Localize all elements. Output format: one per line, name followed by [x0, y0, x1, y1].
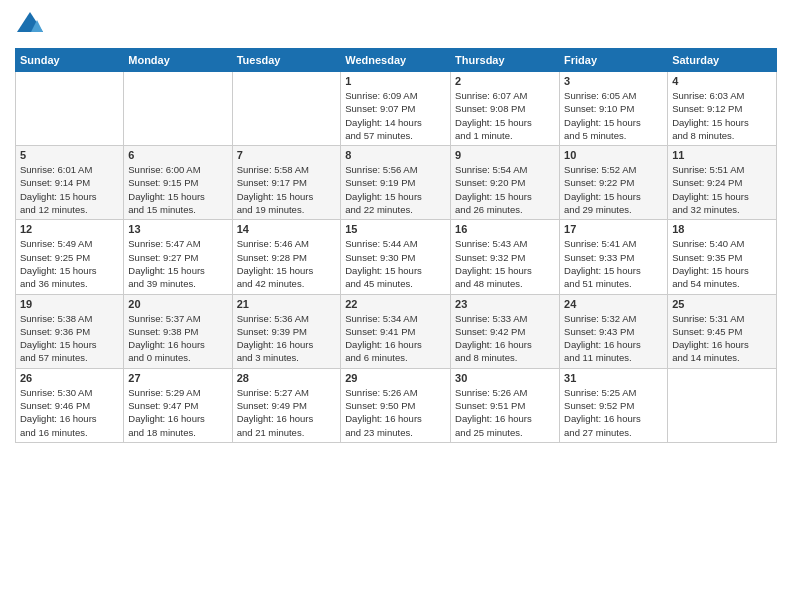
calendar-header-saturday: Saturday	[668, 49, 777, 72]
day-number: 19	[20, 298, 119, 310]
day-number: 12	[20, 223, 119, 235]
calendar-cell: 12Sunrise: 5:49 AM Sunset: 9:25 PM Dayli…	[16, 220, 124, 294]
day-number: 22	[345, 298, 446, 310]
logo	[15, 10, 49, 40]
day-info: Sunrise: 6:09 AM Sunset: 9:07 PM Dayligh…	[345, 89, 446, 142]
day-info: Sunrise: 5:43 AM Sunset: 9:32 PM Dayligh…	[455, 237, 555, 290]
day-info: Sunrise: 5:52 AM Sunset: 9:22 PM Dayligh…	[564, 163, 663, 216]
calendar-cell: 2Sunrise: 6:07 AM Sunset: 9:08 PM Daylig…	[451, 72, 560, 146]
day-number: 26	[20, 372, 119, 384]
calendar-cell: 25Sunrise: 5:31 AM Sunset: 9:45 PM Dayli…	[668, 294, 777, 368]
calendar: SundayMondayTuesdayWednesdayThursdayFrid…	[15, 48, 777, 443]
day-info: Sunrise: 5:33 AM Sunset: 9:42 PM Dayligh…	[455, 312, 555, 365]
calendar-cell: 11Sunrise: 5:51 AM Sunset: 9:24 PM Dayli…	[668, 146, 777, 220]
day-info: Sunrise: 5:58 AM Sunset: 9:17 PM Dayligh…	[237, 163, 337, 216]
day-number: 6	[128, 149, 227, 161]
calendar-cell: 18Sunrise: 5:40 AM Sunset: 9:35 PM Dayli…	[668, 220, 777, 294]
day-number: 29	[345, 372, 446, 384]
day-number: 16	[455, 223, 555, 235]
day-info: Sunrise: 5:29 AM Sunset: 9:47 PM Dayligh…	[128, 386, 227, 439]
calendar-cell: 4Sunrise: 6:03 AM Sunset: 9:12 PM Daylig…	[668, 72, 777, 146]
day-info: Sunrise: 5:54 AM Sunset: 9:20 PM Dayligh…	[455, 163, 555, 216]
calendar-cell: 26Sunrise: 5:30 AM Sunset: 9:46 PM Dayli…	[16, 368, 124, 442]
day-info: Sunrise: 5:51 AM Sunset: 9:24 PM Dayligh…	[672, 163, 772, 216]
day-info: Sunrise: 5:38 AM Sunset: 9:36 PM Dayligh…	[20, 312, 119, 365]
calendar-header-tuesday: Tuesday	[232, 49, 341, 72]
calendar-cell: 15Sunrise: 5:44 AM Sunset: 9:30 PM Dayli…	[341, 220, 451, 294]
day-number: 4	[672, 75, 772, 87]
calendar-cell: 17Sunrise: 5:41 AM Sunset: 9:33 PM Dayli…	[560, 220, 668, 294]
calendar-cell: 27Sunrise: 5:29 AM Sunset: 9:47 PM Dayli…	[124, 368, 232, 442]
calendar-week-3: 12Sunrise: 5:49 AM Sunset: 9:25 PM Dayli…	[16, 220, 777, 294]
day-number: 8	[345, 149, 446, 161]
day-info: Sunrise: 5:30 AM Sunset: 9:46 PM Dayligh…	[20, 386, 119, 439]
day-info: Sunrise: 5:26 AM Sunset: 9:50 PM Dayligh…	[345, 386, 446, 439]
calendar-cell: 30Sunrise: 5:26 AM Sunset: 9:51 PM Dayli…	[451, 368, 560, 442]
day-number: 7	[237, 149, 337, 161]
day-number: 30	[455, 372, 555, 384]
day-info: Sunrise: 5:44 AM Sunset: 9:30 PM Dayligh…	[345, 237, 446, 290]
calendar-week-2: 5Sunrise: 6:01 AM Sunset: 9:14 PM Daylig…	[16, 146, 777, 220]
logo-icon	[15, 10, 45, 40]
day-info: Sunrise: 5:47 AM Sunset: 9:27 PM Dayligh…	[128, 237, 227, 290]
day-info: Sunrise: 6:03 AM Sunset: 9:12 PM Dayligh…	[672, 89, 772, 142]
calendar-week-5: 26Sunrise: 5:30 AM Sunset: 9:46 PM Dayli…	[16, 368, 777, 442]
calendar-cell	[124, 72, 232, 146]
day-info: Sunrise: 6:01 AM Sunset: 9:14 PM Dayligh…	[20, 163, 119, 216]
day-info: Sunrise: 5:41 AM Sunset: 9:33 PM Dayligh…	[564, 237, 663, 290]
day-info: Sunrise: 5:32 AM Sunset: 9:43 PM Dayligh…	[564, 312, 663, 365]
day-number: 1	[345, 75, 446, 87]
calendar-cell: 31Sunrise: 5:25 AM Sunset: 9:52 PM Dayli…	[560, 368, 668, 442]
day-number: 28	[237, 372, 337, 384]
calendar-cell: 23Sunrise: 5:33 AM Sunset: 9:42 PM Dayli…	[451, 294, 560, 368]
day-number: 10	[564, 149, 663, 161]
day-number: 17	[564, 223, 663, 235]
day-info: Sunrise: 5:26 AM Sunset: 9:51 PM Dayligh…	[455, 386, 555, 439]
day-info: Sunrise: 5:46 AM Sunset: 9:28 PM Dayligh…	[237, 237, 337, 290]
calendar-week-1: 1Sunrise: 6:09 AM Sunset: 9:07 PM Daylig…	[16, 72, 777, 146]
day-number: 18	[672, 223, 772, 235]
day-number: 15	[345, 223, 446, 235]
calendar-cell	[668, 368, 777, 442]
day-number: 24	[564, 298, 663, 310]
day-number: 21	[237, 298, 337, 310]
day-number: 13	[128, 223, 227, 235]
calendar-cell: 24Sunrise: 5:32 AM Sunset: 9:43 PM Dayli…	[560, 294, 668, 368]
day-info: Sunrise: 5:34 AM Sunset: 9:41 PM Dayligh…	[345, 312, 446, 365]
calendar-cell: 3Sunrise: 6:05 AM Sunset: 9:10 PM Daylig…	[560, 72, 668, 146]
day-info: Sunrise: 5:49 AM Sunset: 9:25 PM Dayligh…	[20, 237, 119, 290]
day-number: 3	[564, 75, 663, 87]
calendar-cell: 5Sunrise: 6:01 AM Sunset: 9:14 PM Daylig…	[16, 146, 124, 220]
day-number: 25	[672, 298, 772, 310]
page: SundayMondayTuesdayWednesdayThursdayFrid…	[0, 0, 792, 612]
calendar-week-4: 19Sunrise: 5:38 AM Sunset: 9:36 PM Dayli…	[16, 294, 777, 368]
calendar-cell: 1Sunrise: 6:09 AM Sunset: 9:07 PM Daylig…	[341, 72, 451, 146]
day-info: Sunrise: 5:36 AM Sunset: 9:39 PM Dayligh…	[237, 312, 337, 365]
day-number: 11	[672, 149, 772, 161]
calendar-cell: 8Sunrise: 5:56 AM Sunset: 9:19 PM Daylig…	[341, 146, 451, 220]
day-number: 14	[237, 223, 337, 235]
calendar-cell: 22Sunrise: 5:34 AM Sunset: 9:41 PM Dayli…	[341, 294, 451, 368]
day-number: 27	[128, 372, 227, 384]
calendar-cell: 20Sunrise: 5:37 AM Sunset: 9:38 PM Dayli…	[124, 294, 232, 368]
calendar-cell: 19Sunrise: 5:38 AM Sunset: 9:36 PM Dayli…	[16, 294, 124, 368]
calendar-cell: 28Sunrise: 5:27 AM Sunset: 9:49 PM Dayli…	[232, 368, 341, 442]
day-info: Sunrise: 5:56 AM Sunset: 9:19 PM Dayligh…	[345, 163, 446, 216]
day-info: Sunrise: 6:05 AM Sunset: 9:10 PM Dayligh…	[564, 89, 663, 142]
calendar-cell	[16, 72, 124, 146]
calendar-cell: 9Sunrise: 5:54 AM Sunset: 9:20 PM Daylig…	[451, 146, 560, 220]
day-info: Sunrise: 5:25 AM Sunset: 9:52 PM Dayligh…	[564, 386, 663, 439]
day-number: 23	[455, 298, 555, 310]
calendar-cell: 14Sunrise: 5:46 AM Sunset: 9:28 PM Dayli…	[232, 220, 341, 294]
calendar-cell: 6Sunrise: 6:00 AM Sunset: 9:15 PM Daylig…	[124, 146, 232, 220]
header	[15, 10, 777, 40]
calendar-header-monday: Monday	[124, 49, 232, 72]
calendar-header-sunday: Sunday	[16, 49, 124, 72]
day-number: 9	[455, 149, 555, 161]
calendar-cell	[232, 72, 341, 146]
calendar-cell: 10Sunrise: 5:52 AM Sunset: 9:22 PM Dayli…	[560, 146, 668, 220]
day-info: Sunrise: 5:31 AM Sunset: 9:45 PM Dayligh…	[672, 312, 772, 365]
day-info: Sunrise: 6:07 AM Sunset: 9:08 PM Dayligh…	[455, 89, 555, 142]
day-number: 20	[128, 298, 227, 310]
calendar-cell: 7Sunrise: 5:58 AM Sunset: 9:17 PM Daylig…	[232, 146, 341, 220]
